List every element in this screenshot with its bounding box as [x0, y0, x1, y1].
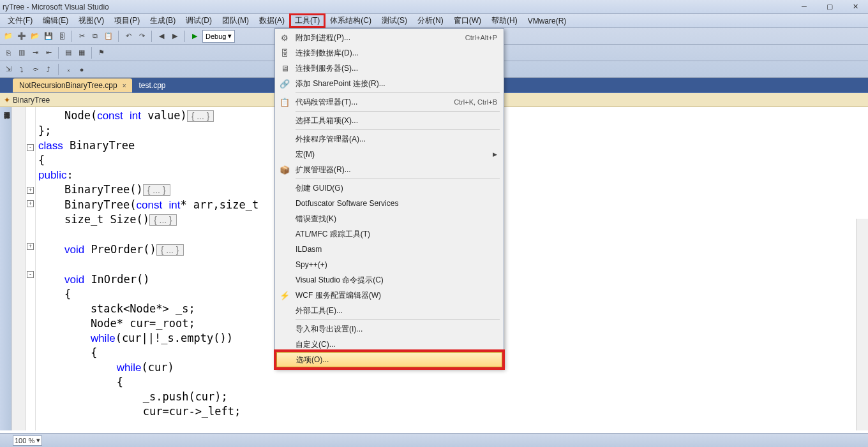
dropdown-item[interactable]: 🗄连接到数据库(D)... — [276, 45, 502, 61]
menu-item[interactable]: 体系结构(C) — [325, 14, 377, 27]
menu-item[interactable]: 调试(D) — [181, 14, 217, 27]
menu-item[interactable]: 项目(P) — [109, 14, 145, 27]
outline-column[interactable]: -+++- — [26, 107, 36, 430]
fold-toggle-icon[interactable]: - — [27, 144, 34, 151]
dropdown-item[interactable]: 外部工具(E)... — [276, 303, 502, 318]
menu-item-icon: 🖥 — [276, 64, 293, 73]
dropdown-item[interactable]: Dotfuscator Software Services — [276, 196, 502, 211]
menu-item[interactable]: 帮助(H) — [486, 14, 523, 27]
menu-item-label: 连接到数据库(D)... — [293, 48, 497, 59]
menu-item-label: 外接程序管理器(A)... — [293, 134, 497, 145]
fold-toggle-icon[interactable]: - — [27, 271, 34, 278]
dropdown-item[interactable]: ⚡WCF 服务配置编辑器(W) — [276, 288, 502, 303]
add-item-icon[interactable]: ➕ — [16, 31, 27, 42]
separator — [58, 64, 59, 75]
class-icon: ✦ — [4, 96, 10, 105]
uncomment-icon[interactable]: ▦ — [76, 47, 87, 59]
nav-back-icon[interactable]: ◀ — [156, 31, 167, 42]
file-tab[interactable]: NotRecursionBinaryTree.cpp× — [13, 78, 132, 92]
comment-icon[interactable]: ▤ — [63, 47, 74, 59]
menu-item-label: 附加到进程(P)... — [293, 33, 465, 43]
fold-toggle-icon[interactable]: + — [27, 200, 34, 207]
dropdown-item[interactable]: 错误查找(K) — [276, 211, 502, 226]
paste-icon[interactable]: 📋 — [103, 31, 114, 42]
dropdown-item[interactable]: 自定义(C)... — [276, 337, 502, 352]
menu-separator — [296, 319, 500, 320]
fold-toggle-icon[interactable]: + — [27, 187, 34, 194]
dropdown-item[interactable]: 选择工具箱项(X)... — [276, 113, 502, 128]
cut-icon[interactable]: ✂ — [76, 31, 87, 42]
file-tab[interactable]: test.cpp — [132, 78, 172, 92]
open-icon[interactable]: 📂 — [29, 31, 41, 42]
bookmark-icon[interactable]: ⚑ — [96, 47, 107, 59]
close-tab-icon[interactable]: × — [123, 82, 126, 89]
menu-item-label: 选择工具箱项(X)... — [293, 115, 497, 126]
separator — [71, 31, 72, 42]
dropdown-item[interactable]: ILDasm — [276, 242, 502, 257]
menu-item[interactable]: 视图(V) — [73, 14, 109, 27]
dropdown-item[interactable]: Visual Studio 命令提示(C) — [276, 272, 502, 288]
maximize-button[interactable]: ▢ — [817, 0, 842, 13]
menu-item[interactable]: 团队(M) — [217, 14, 254, 27]
redo-icon[interactable]: ↷ — [136, 31, 147, 42]
menu-item-icon: 📦 — [276, 165, 293, 175]
menu-item-label: 错误查找(K) — [293, 214, 497, 224]
menu-item[interactable]: 编辑(E) — [38, 14, 73, 27]
hex-icon[interactable]: ₓ — [63, 64, 74, 75]
dropdown-item[interactable]: 选项(O)... — [276, 352, 502, 367]
dropdown-item[interactable]: 🔗添加 SharePoint 连接(R)... — [276, 76, 502, 91]
dropdown-item[interactable]: 导入和导出设置(I)... — [276, 321, 502, 337]
indent-icon[interactable]: ⇥ — [29, 47, 41, 59]
separator — [151, 31, 152, 42]
dropdown-item[interactable]: ATL/MFC 跟踪工具(T) — [276, 226, 502, 242]
config-combo[interactable]: Debug ▾ — [202, 30, 235, 43]
vertical-scrollbar[interactable] — [857, 219, 868, 430]
step-icon[interactable]: ⇲ — [3, 64, 14, 75]
close-button[interactable]: ✕ — [842, 0, 868, 13]
zoom-combo[interactable]: 100 % ▾ — [13, 436, 42, 446]
minimize-button[interactable]: ─ — [791, 0, 817, 13]
menu-item-label: 外部工具(E)... — [293, 305, 497, 316]
menu-item-icon: 🔗 — [276, 79, 293, 89]
step-over-icon[interactable]: ⤼ — [29, 64, 41, 75]
menu-separator — [296, 92, 500, 93]
dropdown-item[interactable]: 📋代码段管理器(T)...Ctrl+K, Ctrl+B — [276, 94, 502, 110]
dropdown-item[interactable]: 🖥连接到服务器(S)... — [276, 61, 502, 76]
menu-item[interactable]: 分析(N) — [412, 14, 449, 27]
step-out-icon[interactable]: ⤴ — [43, 64, 54, 75]
save-all-icon[interactable]: 🗄 — [56, 31, 68, 42]
build-icon[interactable]: ⎘ — [3, 47, 14, 59]
menu-item-label: Spy++(+) — [293, 260, 497, 269]
breakpoint-icon[interactable]: ● — [76, 64, 87, 75]
separator — [184, 31, 185, 42]
new-project-icon[interactable]: 📁 — [3, 31, 14, 42]
menu-item[interactable]: 生成(B) — [145, 14, 181, 27]
separator — [58, 47, 59, 59]
copy-icon[interactable]: ⧉ — [89, 31, 101, 42]
sidebar-tool-panel[interactable]: 服务器资源管理器 — [0, 107, 11, 430]
menubar: 文件(F)编辑(E)视图(V)项目(P)生成(B)调试(D)团队(M)数据(A)… — [0, 14, 868, 28]
menu-item-icon: ⚙ — [276, 33, 293, 43]
menu-item[interactable]: 窗口(W) — [449, 14, 486, 27]
fold-toggle-icon[interactable]: + — [27, 243, 34, 250]
save-icon[interactable]: 💾 — [43, 31, 54, 42]
undo-icon[interactable]: ↶ — [123, 31, 134, 42]
menu-item[interactable]: 数据(A) — [254, 14, 290, 27]
dropdown-item[interactable]: 📦扩展管理器(R)... — [276, 162, 502, 177]
outdent-icon[interactable]: ⇤ — [43, 47, 54, 59]
menu-item[interactable]: 工具(T) — [290, 14, 325, 27]
menu-item[interactable]: VMware(R) — [523, 14, 572, 27]
dropdown-item[interactable]: 宏(M)▶ — [276, 147, 502, 162]
menu-item-label: 创建 GUID(G) — [293, 183, 497, 194]
dropdown-item[interactable]: ⚙附加到进程(P)...Ctrl+Alt+P — [276, 30, 502, 45]
dropdown-item[interactable]: 创建 GUID(G) — [276, 180, 502, 196]
menu-item[interactable]: 测试(S) — [377, 14, 412, 27]
menu-item-label: 选项(O)... — [294, 355, 497, 365]
dropdown-item[interactable]: Spy++(+) — [276, 257, 502, 272]
step-into-icon[interactable]: ⤵ — [16, 64, 27, 75]
nav-fwd-icon[interactable]: ▶ — [169, 31, 181, 42]
menu-item[interactable]: 文件(F) — [3, 14, 38, 27]
window-icon[interactable]: ▥ — [16, 47, 27, 59]
dropdown-item[interactable]: 外接程序管理器(A)... — [276, 131, 502, 147]
play-icon[interactable]: ▶ — [189, 31, 200, 42]
